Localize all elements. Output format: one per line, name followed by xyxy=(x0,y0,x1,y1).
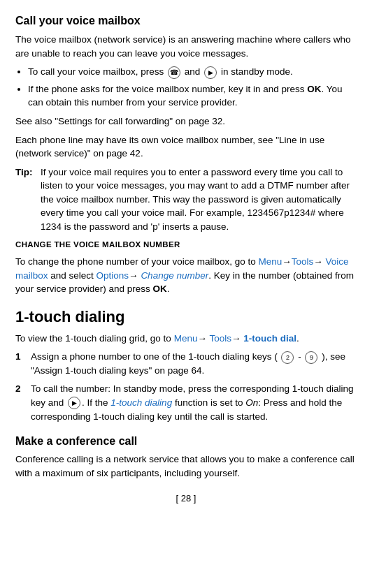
on-text: On xyxy=(245,397,258,408)
numbered-steps: 1 Assign a phone number to one of the 1-… xyxy=(15,350,357,423)
menu-link-1: Menu xyxy=(258,256,282,267)
tools-link-1: Tools xyxy=(292,256,314,267)
bullet-list: To call your voice mailbox, press ☎ and … xyxy=(15,65,357,110)
section-title-conference: Make a conference call xyxy=(15,433,357,449)
tools-link-2: Tools xyxy=(209,333,231,344)
change-number-heading: CHANGE THE VOICE MAILBOX NUMBER xyxy=(15,239,357,251)
1touch-dialing-inline: 1-touch dialing xyxy=(110,397,172,408)
1touch-dial-link: 1-touch dial xyxy=(243,333,296,344)
page-footer: [ 28 ] xyxy=(15,492,357,506)
section-title-1touch: 1-touch dialing xyxy=(15,306,357,328)
intro-paragraph: The voice mailbox (network service) is a… xyxy=(15,33,357,60)
call-icon: ▶ xyxy=(68,397,80,409)
1touch-intro: To view the 1-touch dialing grid, go to … xyxy=(15,332,357,346)
bullet-item-2: If the phone asks for the voice mailbox … xyxy=(28,82,357,110)
title-text: Call your voice mailbox xyxy=(15,15,141,27)
conference-intro: Conference calling is a network service … xyxy=(15,453,357,480)
step-2: 2 To call the number: In standby mode, p… xyxy=(15,382,357,423)
phone-icon-1: ☎ xyxy=(168,66,180,79)
see-also-paragraph: See also "Settings for call forwarding" … xyxy=(15,115,357,128)
options-link: Options xyxy=(96,270,129,281)
tip-block: Tip: If your voice mail requires you to … xyxy=(15,166,357,234)
menu-link-2: Menu xyxy=(174,333,198,344)
page-number: [ 28 ] xyxy=(176,493,196,504)
step-1: 1 Assign a phone number to one of the 1-… xyxy=(15,350,357,377)
section-title-voice-mailbox: Call your voice mailbox xyxy=(15,13,357,29)
key9-icon: 9 xyxy=(305,351,317,364)
step-number-1: 1 xyxy=(15,350,25,377)
step-2-text: To call the number: In standby mode, pre… xyxy=(31,382,357,423)
phone-line-paragraph: Each phone line may have its own voice m… xyxy=(15,133,357,161)
send-icon: ▶ xyxy=(204,66,217,79)
change-number-link: Change number xyxy=(141,270,208,281)
tip-label: Tip: xyxy=(15,166,33,179)
bullet-item-1: To call your voice mailbox, press ☎ and … xyxy=(28,65,357,79)
change-number-paragraph: To change the phone number of your voice… xyxy=(15,255,357,296)
key2-icon: 2 xyxy=(281,351,294,364)
step-number-2: 2 xyxy=(15,382,25,423)
tip-text: If your voice mail requires you to enter… xyxy=(41,167,350,232)
step-1-text: Assign a phone number to one of the 1-to… xyxy=(31,350,357,377)
